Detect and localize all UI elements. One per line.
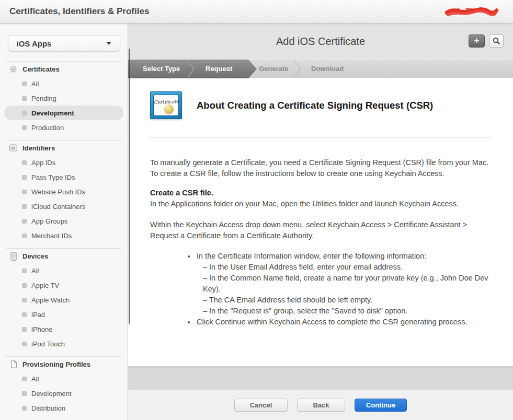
bullet-icon	[22, 283, 27, 288]
topbar: Certificates, Identifiers & Profiles	[0, 0, 513, 24]
sidebar-item-label: iPod Touch	[31, 340, 65, 348]
sidebar-item-ipad[interactable]: iPad	[0, 307, 128, 322]
sidebar-item-apple-watch[interactable]: Apple Watch	[0, 293, 128, 307]
ios-apps-dropdown-label: iOS Apps	[17, 39, 52, 48]
sidebar-item-iphone[interactable]: iPhone	[0, 322, 128, 336]
sidebar-item-label: Production	[31, 124, 64, 132]
sidebar-item-ipod-touch[interactable]: iPod Touch	[0, 336, 128, 351]
iphone-icon	[9, 252, 17, 261]
sidebar-item-merchant-ids[interactable]: Merchant IDs	[0, 228, 128, 243]
sidebar-item-label: Pending	[31, 95, 56, 102]
sidebar-section-provisioning-profiles[interactable]: Provisioning Profiles	[0, 357, 128, 371]
bullet-icon	[22, 81, 27, 86]
sidebar-item-profiles-all[interactable]: All	[0, 371, 128, 386]
sidebar-item-app-ids[interactable]: App IDs	[0, 155, 128, 170]
bottom-band	[128, 366, 513, 390]
sidebar-item-devices-all[interactable]: All	[0, 263, 128, 278]
sidebar-item-label: Apple Watch	[31, 296, 70, 304]
keychain-paragraph: Within the Keychain Access drop down men…	[150, 219, 490, 241]
sidebar-section-label: Identifiers	[22, 144, 55, 152]
sidebar-item-label: Development	[31, 109, 74, 117]
sidebar-item-label: Distribution	[31, 404, 65, 412]
sidebar-item-label: Website Push IDs	[31, 188, 85, 196]
sidebar-item-certificates-production[interactable]: Production	[0, 120, 128, 135]
sidebar-item-label: iCloud Containers	[31, 203, 85, 211]
bullet-icon	[22, 219, 27, 224]
sub-list-item: – In the User Email Address field, enter…	[197, 262, 490, 273]
bullet-icon	[22, 312, 27, 317]
search-button[interactable]	[489, 34, 504, 48]
step-download: Download	[311, 60, 344, 78]
list-item: Click Continue within Keychain Access to…	[196, 317, 490, 328]
redacted-username	[445, 6, 498, 18]
sidebar-section-identifiers[interactable]: ID Identifiers	[0, 141, 128, 155]
sub-list-item: – The CA Email Address field should be l…	[197, 295, 490, 306]
svg-text:ID: ID	[12, 146, 16, 150]
chevron-down-icon	[106, 42, 111, 45]
bullet-icon	[22, 111, 27, 115]
sidebar-item-profiles-development[interactable]: Development	[0, 386, 128, 401]
plus-icon: +	[474, 36, 480, 45]
sidebar-item-apple-tv[interactable]: Apple TV	[0, 278, 128, 293]
bullet-icon	[22, 160, 27, 165]
sidebar-item-certificates-pending[interactable]: Pending	[0, 91, 128, 106]
sidebar-item-profiles-distribution[interactable]: Distribution	[0, 401, 128, 415]
sidebar-item-label: All	[31, 80, 39, 88]
list-item-text: Click Continue within Keychain Access to…	[197, 318, 467, 326]
sidebar-item-label: Apple TV	[31, 282, 59, 289]
sidebar-section-devices[interactable]: Devices	[0, 249, 128, 263]
sidebar-item-website-push-ids[interactable]: Website Push IDs	[0, 184, 128, 199]
sidebar-item-label: App IDs	[31, 159, 55, 167]
document-icon	[9, 360, 17, 368]
bullet-icon	[22, 406, 27, 411]
sidebar-item-certificates-development[interactable]: Development	[4, 106, 123, 120]
sidebar-section-label: Provisioning Profiles	[22, 360, 90, 368]
sidebar-item-label: Development	[31, 390, 72, 398]
ios-apps-dropdown[interactable]: iOS Apps	[8, 35, 120, 52]
article-head: Certificate About Creating a Certificate…	[150, 91, 490, 119]
content-divider	[150, 137, 490, 138]
bullet-icon	[22, 342, 27, 346]
sidebar-item-label: All	[31, 267, 39, 275]
id-badge-icon: ID	[9, 144, 17, 151]
create-csr-subheading: Create a CSR file.	[150, 188, 490, 199]
step-separator-icon	[187, 60, 195, 78]
bullet-icon	[22, 125, 27, 130]
bullet-icon	[22, 269, 27, 273]
app-body: iOS Apps Certificates All Pending Develo…	[0, 24, 513, 420]
sidebar-item-label: App Groups	[31, 217, 67, 225]
bullet-icon	[22, 298, 27, 302]
cancel-button[interactable]: Cancel	[234, 399, 288, 412]
sidebar-scrollbar[interactable]	[129, 49, 130, 324]
bullet-icon	[22, 96, 27, 101]
gold-seal-icon	[164, 104, 174, 114]
sidebar-item-label: All	[31, 375, 39, 383]
sidebar-item-icloud-containers[interactable]: iCloud Containers	[0, 199, 128, 214]
sidebar-section-certificates[interactable]: Certificates	[0, 62, 128, 76]
sidebar-item-app-groups[interactable]: App Groups	[0, 214, 128, 228]
create-csr-text: In the Applications folder on your Mac, …	[150, 199, 490, 209]
step-wizard: Select Type Request Generate Download	[128, 59, 513, 78]
main-header: Add iOS Certificate +	[128, 24, 513, 59]
bullet-icon	[22, 327, 27, 332]
sidebar-item-label: iPhone	[31, 325, 52, 333]
add-certificate-button[interactable]: +	[469, 34, 485, 48]
bullet-icon	[22, 391, 27, 396]
sidebar-item-label: Pass Type IDs	[31, 173, 75, 181]
sidebar-item-pass-type-ids[interactable]: Pass Type IDs	[0, 170, 128, 184]
sidebar-item-label: Merchant IDs	[31, 232, 72, 240]
article: Certificate About Creating a Certificate…	[128, 78, 513, 366]
step-request: Request	[206, 60, 232, 78]
back-button[interactable]: Back	[297, 399, 345, 412]
sub-list-item: – In the "Request is" group, select the …	[197, 306, 490, 317]
search-icon	[493, 37, 500, 45]
continue-button[interactable]: Continue	[355, 399, 407, 412]
certificate-seal-icon	[9, 65, 17, 73]
step-separator-icon	[293, 60, 302, 78]
step-select-type: Select Type	[143, 60, 180, 78]
list-item-text: In the Certificate Information window, e…	[197, 252, 426, 260]
bullet-icon	[22, 190, 27, 194]
header-buttons: +	[469, 34, 504, 48]
intro-paragraph: To manually generate a Certificate, you …	[150, 157, 490, 179]
sidebar-item-certificates-all[interactable]: All	[0, 76, 128, 91]
